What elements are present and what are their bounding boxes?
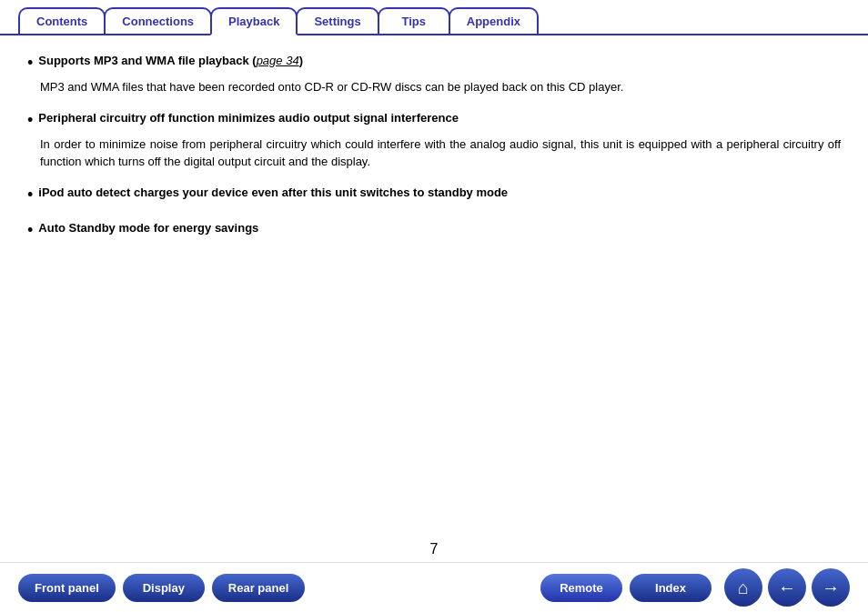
tab-settings[interactable]: Settings [296,7,378,34]
forward-icon: → [822,577,840,598]
index-button[interactable]: Index [630,574,712,602]
bullet-1-title-end: ) [299,54,303,67]
remote-button[interactable]: Remote [540,574,622,602]
tab-tips[interactable]: Tips [378,7,450,34]
display-button[interactable]: Display [123,574,205,602]
tab-connections[interactable]: Connections [104,7,212,34]
bullet-2-title: Peripheral circuitry off function minimi… [38,109,459,127]
bullet-dot-1: • [27,52,33,75]
bullet-section-4: • Auto Standby mode for energy savings [27,219,841,242]
bullet-1-title-text: Supports MP3 and WMA file playback (page… [38,52,303,70]
front-panel-button[interactable]: Front panel [18,574,116,602]
home-icon: ⌂ [738,577,749,598]
bullet-dot-4: • [27,219,33,242]
bullet-1-pageref[interactable]: page 34 [257,54,299,67]
bullet-1-body: MP3 and WMA files that have been recorde… [27,78,841,96]
tab-appendix[interactable]: Appendix [449,7,539,34]
main-content: • Supports MP3 and WMA file playback (pa… [0,35,868,264]
bottom-navigation: Front panel Display Rear panel Remote In… [0,562,868,612]
back-icon: ← [778,577,796,598]
top-navigation: Contents Connections Playback Settings T… [0,0,868,35]
bullet-2-body: In order to minimize noise from peripher… [27,135,841,171]
back-button[interactable]: ← [768,568,806,607]
rear-panel-button[interactable]: Rear panel [212,574,305,602]
tab-contents[interactable]: Contents [18,7,106,34]
page-number: 7 [430,541,439,557]
bullet-3-title: iPod auto detect charges your device eve… [38,184,508,202]
bullet-section-1: • Supports MP3 and WMA file playback (pa… [27,52,841,96]
bullet-section-3: • iPod auto detect charges your device e… [27,184,841,206]
home-button[interactable]: ⌂ [724,568,762,607]
forward-button[interactable]: → [812,568,850,607]
bullet-section-2: • Peripheral circuitry off function mini… [27,109,841,171]
bullet-1-title: Supports MP3 and WMA file playback ( [38,54,256,67]
bullet-4-title: Auto Standby mode for energy savings [38,219,258,237]
bullet-dot-3: • [27,184,33,206]
bullet-dot-2: • [27,109,33,132]
tab-playback[interactable]: Playback [210,7,298,35]
